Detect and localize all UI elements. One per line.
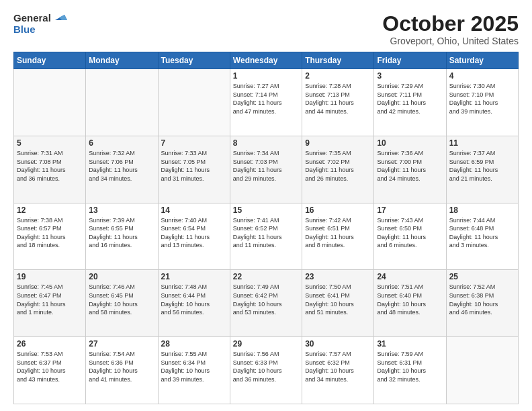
- col-friday: Friday: [374, 52, 446, 69]
- day-number: 11: [449, 138, 515, 148]
- day-number: 31: [377, 339, 443, 349]
- table-row: [158, 69, 230, 136]
- day-number: 24: [377, 272, 443, 281]
- day-info: Sunrise: 7:57 AM Sunset: 6:32 PM Dayligh…: [305, 350, 371, 383]
- day-info: Sunrise: 7:44 AM Sunset: 6:48 PM Dayligh…: [449, 216, 515, 250]
- col-thursday: Thursday: [302, 52, 374, 69]
- table-row: 29Sunrise: 7:56 AM Sunset: 6:33 PM Dayli…: [230, 337, 302, 404]
- day-number: 9: [305, 138, 371, 148]
- day-number: 5: [17, 138, 83, 148]
- table-row: 25Sunrise: 7:52 AM Sunset: 6:38 PM Dayli…: [446, 270, 518, 337]
- day-number: 18: [449, 205, 515, 215]
- day-number: 23: [305, 272, 371, 281]
- day-number: 8: [233, 138, 299, 148]
- table-row: 17Sunrise: 7:43 AM Sunset: 6:50 PM Dayli…: [374, 203, 446, 270]
- day-info: Sunrise: 7:33 AM Sunset: 7:05 PM Dayligh…: [161, 149, 227, 183]
- logo-blue: Blue: [13, 24, 36, 35]
- day-info: Sunrise: 7:55 AM Sunset: 6:34 PM Dayligh…: [161, 350, 227, 383]
- day-info: Sunrise: 7:51 AM Sunset: 6:40 PM Dayligh…: [377, 283, 443, 316]
- table-row: 21Sunrise: 7:48 AM Sunset: 6:44 PM Dayli…: [158, 270, 230, 337]
- page: General Blue October 2025 Groveport, Ohi…: [0, 0, 532, 411]
- table-row: 18Sunrise: 7:44 AM Sunset: 6:48 PM Dayli…: [446, 203, 518, 270]
- day-info: Sunrise: 7:34 AM Sunset: 7:03 PM Dayligh…: [233, 149, 299, 183]
- calendar-table: Sunday Monday Tuesday Wednesday Thursday…: [13, 52, 519, 404]
- table-row: 22Sunrise: 7:49 AM Sunset: 6:42 PM Dayli…: [230, 270, 302, 337]
- table-row: 8Sunrise: 7:34 AM Sunset: 7:03 PM Daylig…: [230, 136, 302, 203]
- title-area: October 2025 Groveport, Ohio, United Sta…: [382, 12, 519, 46]
- calendar-week-5: 26Sunrise: 7:53 AM Sunset: 6:37 PM Dayli…: [14, 337, 519, 404]
- calendar-week-1: 1Sunrise: 7:27 AM Sunset: 7:14 PM Daylig…: [14, 69, 519, 136]
- table-row: 14Sunrise: 7:40 AM Sunset: 6:54 PM Dayli…: [158, 203, 230, 270]
- col-saturday: Saturday: [446, 52, 518, 69]
- day-number: 4: [449, 71, 515, 81]
- day-number: 1: [233, 71, 299, 81]
- table-row: 27Sunrise: 7:54 AM Sunset: 6:36 PM Dayli…: [86, 337, 158, 404]
- day-info: Sunrise: 7:54 AM Sunset: 6:36 PM Dayligh…: [89, 350, 154, 383]
- table-row: 20Sunrise: 7:46 AM Sunset: 6:45 PM Dayli…: [86, 270, 158, 337]
- logo-general: General: [13, 12, 51, 24]
- table-row: 5Sunrise: 7:31 AM Sunset: 7:08 PM Daylig…: [14, 136, 86, 203]
- logo-icon: [52, 8, 67, 23]
- calendar-week-2: 5Sunrise: 7:31 AM Sunset: 7:08 PM Daylig…: [14, 136, 519, 203]
- day-info: Sunrise: 7:39 AM Sunset: 6:55 PM Dayligh…: [89, 216, 154, 250]
- month-title: October 2025: [382, 12, 519, 36]
- day-number: 28: [161, 339, 227, 349]
- day-number: 26: [17, 339, 83, 349]
- table-row: 19Sunrise: 7:45 AM Sunset: 6:47 PM Dayli…: [14, 270, 86, 337]
- location: Groveport, Ohio, United States: [382, 36, 519, 46]
- day-info: Sunrise: 7:28 AM Sunset: 7:13 PM Dayligh…: [305, 82, 371, 116]
- day-number: 29: [233, 339, 299, 349]
- header: General Blue October 2025 Groveport, Ohi…: [13, 12, 519, 46]
- table-row: 2Sunrise: 7:28 AM Sunset: 7:13 PM Daylig…: [302, 69, 374, 136]
- day-info: Sunrise: 7:59 AM Sunset: 6:31 PM Dayligh…: [377, 350, 443, 383]
- table-row: 11Sunrise: 7:37 AM Sunset: 6:59 PM Dayli…: [446, 136, 518, 203]
- day-info: Sunrise: 7:35 AM Sunset: 7:02 PM Dayligh…: [305, 149, 371, 183]
- col-sunday: Sunday: [14, 52, 86, 69]
- table-row: 26Sunrise: 7:53 AM Sunset: 6:37 PM Dayli…: [14, 337, 86, 404]
- day-number: 10: [377, 138, 443, 148]
- day-info: Sunrise: 7:30 AM Sunset: 7:10 PM Dayligh…: [449, 82, 515, 116]
- table-row: 6Sunrise: 7:32 AM Sunset: 7:06 PM Daylig…: [86, 136, 158, 203]
- calendar-header-row: Sunday Monday Tuesday Wednesday Thursday…: [14, 52, 519, 69]
- day-number: 30: [305, 339, 371, 349]
- table-row: [446, 337, 518, 404]
- day-number: 7: [161, 138, 227, 148]
- day-info: Sunrise: 7:48 AM Sunset: 6:44 PM Dayligh…: [161, 283, 227, 316]
- calendar-week-4: 19Sunrise: 7:45 AM Sunset: 6:47 PM Dayli…: [14, 270, 519, 337]
- day-info: Sunrise: 7:29 AM Sunset: 7:11 PM Dayligh…: [377, 82, 443, 116]
- table-row: 9Sunrise: 7:35 AM Sunset: 7:02 PM Daylig…: [302, 136, 374, 203]
- table-row: 4Sunrise: 7:30 AM Sunset: 7:10 PM Daylig…: [446, 69, 518, 136]
- day-number: 2: [305, 71, 371, 81]
- day-info: Sunrise: 7:27 AM Sunset: 7:14 PM Dayligh…: [233, 82, 299, 116]
- table-row: 30Sunrise: 7:57 AM Sunset: 6:32 PM Dayli…: [302, 337, 374, 404]
- table-row: 24Sunrise: 7:51 AM Sunset: 6:40 PM Dayli…: [374, 270, 446, 337]
- col-tuesday: Tuesday: [158, 52, 230, 69]
- day-number: 25: [449, 272, 515, 281]
- day-number: 6: [89, 138, 154, 148]
- day-info: Sunrise: 7:56 AM Sunset: 6:33 PM Dayligh…: [233, 350, 299, 383]
- day-number: 20: [89, 272, 154, 281]
- table-row: 28Sunrise: 7:55 AM Sunset: 6:34 PM Dayli…: [158, 337, 230, 404]
- table-row: 12Sunrise: 7:38 AM Sunset: 6:57 PM Dayli…: [14, 203, 86, 270]
- day-number: 22: [233, 272, 299, 281]
- day-number: 21: [161, 272, 227, 281]
- table-row: 15Sunrise: 7:41 AM Sunset: 6:52 PM Dayli…: [230, 203, 302, 270]
- day-info: Sunrise: 7:45 AM Sunset: 6:47 PM Dayligh…: [17, 283, 83, 316]
- table-row: 23Sunrise: 7:50 AM Sunset: 6:41 PM Dayli…: [302, 270, 374, 337]
- day-number: 15: [233, 205, 299, 215]
- day-number: 19: [17, 272, 83, 281]
- day-info: Sunrise: 7:42 AM Sunset: 6:51 PM Dayligh…: [305, 216, 371, 250]
- day-info: Sunrise: 7:53 AM Sunset: 6:37 PM Dayligh…: [17, 350, 83, 383]
- day-info: Sunrise: 7:31 AM Sunset: 7:08 PM Dayligh…: [17, 149, 83, 183]
- table-row: 1Sunrise: 7:27 AM Sunset: 7:14 PM Daylig…: [230, 69, 302, 136]
- table-row: [14, 69, 86, 136]
- table-row: 10Sunrise: 7:36 AM Sunset: 7:00 PM Dayli…: [374, 136, 446, 203]
- day-number: 14: [161, 205, 227, 215]
- calendar-week-3: 12Sunrise: 7:38 AM Sunset: 6:57 PM Dayli…: [14, 203, 519, 270]
- day-info: Sunrise: 7:36 AM Sunset: 7:00 PM Dayligh…: [377, 149, 443, 183]
- day-number: 13: [89, 205, 154, 215]
- table-row: [86, 69, 158, 136]
- table-row: 3Sunrise: 7:29 AM Sunset: 7:11 PM Daylig…: [374, 69, 446, 136]
- day-info: Sunrise: 7:49 AM Sunset: 6:42 PM Dayligh…: [233, 283, 299, 316]
- table-row: 7Sunrise: 7:33 AM Sunset: 7:05 PM Daylig…: [158, 136, 230, 203]
